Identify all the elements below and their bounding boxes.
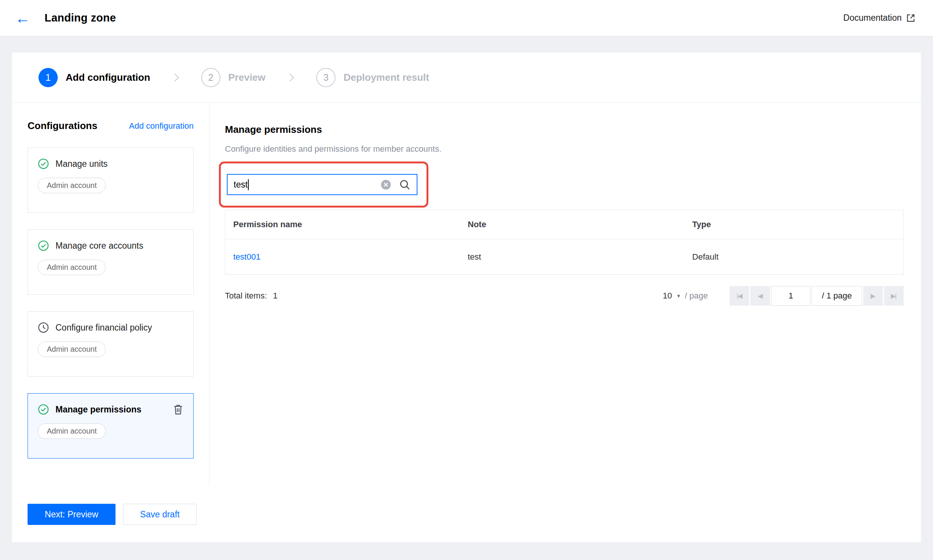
search-input-value: test bbox=[234, 180, 248, 190]
config-card-manage-core-accounts[interactable]: Manage core accounts Admin account bbox=[28, 229, 194, 295]
config-card-manage-units[interactable]: Manage units Admin account bbox=[28, 148, 194, 213]
step-indicator: 1 Add configuration 2 Preview 3 Deployme… bbox=[12, 52, 921, 103]
top-bar: ← Landing zone Documentation bbox=[0, 0, 933, 36]
step-3-label: Deployment result bbox=[343, 72, 429, 83]
admin-account-tag: Admin account bbox=[38, 178, 106, 193]
column-header-permission-name: Permission name bbox=[225, 210, 460, 239]
text-cursor bbox=[248, 179, 249, 190]
last-page-button[interactable]: ▶| bbox=[884, 286, 904, 306]
success-check-icon bbox=[38, 240, 49, 251]
per-page-label: / page bbox=[685, 291, 708, 301]
step-1-label: Add configuration bbox=[66, 72, 150, 83]
previous-page-button[interactable]: ◀ bbox=[750, 286, 770, 306]
table-row: test001 test Default bbox=[225, 239, 904, 275]
page-body: 1 Add configuration 2 Preview 3 Deployme… bbox=[0, 36, 933, 542]
panel-description: Configure identities and permissions for… bbox=[225, 144, 904, 154]
add-configuration-link[interactable]: Add configuration bbox=[129, 121, 194, 131]
next-preview-button[interactable]: Next: Preview bbox=[28, 504, 115, 525]
manage-permissions-panel: Manage permissions Configure identities … bbox=[209, 103, 921, 486]
admin-account-tag: Admin account bbox=[38, 342, 106, 357]
content-area: Configurations Add configuration Manage … bbox=[12, 103, 921, 486]
note-cell: test bbox=[460, 239, 684, 275]
page-title: Landing zone bbox=[45, 12, 116, 24]
search-input[interactable]: test bbox=[227, 174, 417, 195]
current-page-input[interactable]: 1 bbox=[771, 286, 810, 306]
type-cell: Default bbox=[684, 239, 903, 275]
config-card-label: Configure financial policy bbox=[55, 323, 152, 333]
trash-delete-icon[interactable] bbox=[173, 404, 183, 415]
config-card-label: Manage permissions bbox=[55, 405, 142, 415]
total-items: Total items: 1 bbox=[225, 291, 278, 301]
step-2-circle: 2 bbox=[201, 68, 220, 87]
first-page-button[interactable]: |◀ bbox=[730, 286, 749, 306]
sidebar-header: Configurations Add configuration bbox=[28, 120, 194, 132]
clear-icon[interactable] bbox=[380, 179, 392, 191]
sidebar-title: Configurations bbox=[28, 120, 97, 132]
config-card-configure-financial-policy[interactable]: Configure financial policy Admin account bbox=[28, 311, 194, 377]
table-header-row: Permission name Note Type bbox=[225, 210, 904, 239]
config-card-manage-permissions[interactable]: Manage permissions Admin account bbox=[28, 393, 194, 458]
admin-account-tag: Admin account bbox=[38, 423, 106, 439]
column-header-type: Type bbox=[684, 210, 903, 239]
chevron-right-icon bbox=[286, 73, 294, 81]
column-header-note: Note bbox=[460, 210, 684, 239]
external-link-icon bbox=[906, 13, 916, 23]
page-size-value: 10 bbox=[663, 291, 672, 301]
documentation-label: Documentation bbox=[843, 13, 902, 23]
permission-name-link[interactable]: test001 bbox=[233, 252, 260, 262]
step-3-deployment-result: 3 Deployment result bbox=[316, 68, 429, 87]
total-items-label: Total items: bbox=[225, 291, 267, 301]
step-1-circle: 1 bbox=[38, 68, 58, 87]
back-arrow-icon[interactable]: ← bbox=[15, 11, 35, 26]
config-card-label: Manage units bbox=[55, 159, 108, 169]
config-card-label: Manage core accounts bbox=[55, 241, 143, 251]
wizard-card: 1 Add configuration 2 Preview 3 Deployme… bbox=[12, 52, 921, 542]
pagination: 10 ▼ / page |◀ ◀ 1 / 1 page ▶ ▶| bbox=[663, 286, 904, 306]
chevron-right-icon bbox=[171, 73, 179, 81]
save-draft-button[interactable]: Save draft bbox=[123, 504, 197, 525]
step-2-label: Preview bbox=[228, 72, 265, 83]
step-3-circle: 3 bbox=[316, 68, 336, 87]
total-items-value: 1 bbox=[273, 291, 277, 301]
annotation-highlight: test bbox=[219, 162, 428, 208]
step-1-add-configuration: 1 Add configuration bbox=[38, 68, 150, 87]
wizard-footer: Next: Preview Save draft bbox=[12, 486, 921, 525]
admin-account-tag: Admin account bbox=[38, 260, 106, 275]
table-footer: Total items: 1 10 ▼ / page |◀ ◀ 1 bbox=[225, 286, 904, 306]
chevron-down-icon: ▼ bbox=[676, 293, 681, 299]
pagination-buttons: |◀ ◀ 1 / 1 page ▶ ▶| bbox=[730, 286, 904, 306]
next-page-button[interactable]: ▶ bbox=[863, 286, 883, 306]
documentation-link[interactable]: Documentation bbox=[843, 13, 916, 23]
clock-pending-icon bbox=[38, 322, 49, 333]
permissions-table: Permission name Note Type test001 test D… bbox=[225, 210, 904, 275]
panel-title: Manage permissions bbox=[225, 124, 904, 135]
page-count-label: / 1 page bbox=[811, 286, 862, 306]
success-check-icon bbox=[38, 158, 49, 169]
configurations-sidebar: Configurations Add configuration Manage … bbox=[12, 103, 209, 486]
success-check-icon bbox=[38, 404, 49, 415]
search-icon[interactable] bbox=[399, 179, 411, 191]
step-2-preview: 2 Preview bbox=[201, 68, 265, 87]
page-size-dropdown[interactable]: 10 ▼ bbox=[663, 291, 681, 301]
